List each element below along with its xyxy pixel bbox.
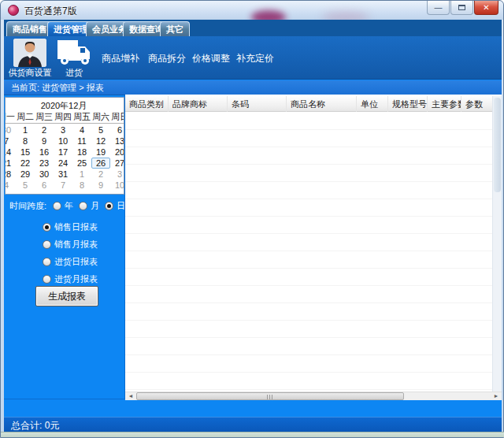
- horizontal-scrollbar-thumb[interactable]: [136, 392, 404, 400]
- calendar-day[interactable]: 1: [72, 169, 91, 180]
- toolbar-supplement-price[interactable]: 补充定价: [236, 52, 274, 65]
- calendar-day[interactable]: 27: [110, 158, 124, 169]
- toolbar-item-label: 进货: [53, 67, 95, 79]
- radio-label: 进货日报表: [54, 256, 98, 268]
- calendar-day[interactable]: 1: [16, 124, 35, 135]
- calendar-day[interactable]: 30: [5, 124, 16, 135]
- calendar-grid: 3012345678910111213141516171819202122232…: [5, 124, 124, 191]
- calendar-day[interactable]: 17: [54, 147, 72, 158]
- window-title: 百货通第7版: [24, 5, 77, 18]
- column-header[interactable]: 主要参数: [428, 96, 461, 112]
- calendar-day[interactable]: 18: [72, 147, 91, 158]
- calendar-day[interactable]: 6: [110, 124, 124, 135]
- calendar-weekday: 周五: [72, 111, 91, 123]
- calendar-weekday: 周三: [35, 111, 54, 123]
- calendar-day[interactable]: 2: [91, 169, 110, 180]
- delivery-truck-icon: [56, 39, 92, 67]
- scroll-left-arrow-icon[interactable]: ◄: [126, 392, 135, 400]
- scroll-right-arrow-icon[interactable]: ►: [491, 392, 501, 400]
- vertical-scrollbar[interactable]: [492, 96, 502, 392]
- generate-report-button[interactable]: 生成报表: [35, 286, 98, 306]
- calendar-day[interactable]: 31: [54, 169, 72, 180]
- calendar-day[interactable]: 10: [54, 135, 72, 147]
- calendar-day[interactable]: 11: [72, 135, 91, 147]
- calendar-day[interactable]: 7: [54, 180, 72, 191]
- toolbar-goods-split[interactable]: 商品拆分: [148, 52, 186, 65]
- calendar-day[interactable]: 4: [5, 180, 16, 191]
- toolbar-purchase[interactable]: 进货: [53, 39, 95, 79]
- calendar-month-title[interactable]: 2020年12月: [5, 98, 124, 111]
- titlebar-glass-artifact: [251, 10, 286, 20]
- time-span-option[interactable]: 月: [79, 200, 99, 212]
- calendar-day[interactable]: 16: [35, 147, 54, 158]
- toolbar-supplier-settings[interactable]: 供货商设置: [6, 39, 54, 79]
- calendar-weekdays: 周一周二周三周四周五周六周日: [5, 111, 124, 124]
- calendar-day[interactable]: 30: [35, 169, 54, 180]
- calendar-day[interactable]: 20: [110, 147, 124, 158]
- calendar-day[interactable]: 24: [54, 158, 72, 169]
- calendar-day[interactable]: 10: [110, 180, 124, 191]
- calendar-day[interactable]: 21: [5, 158, 16, 169]
- minimize-button[interactable]: —: [427, 1, 450, 15]
- calendar-day[interactable]: 7: [5, 135, 16, 147]
- table-body[interactable]: [125, 113, 492, 392]
- vertical-scrollbar-thumb[interactable]: [494, 98, 501, 192]
- calendar-today-row[interactable]: 今天: 2020/12/26 星期六: [5, 191, 124, 195]
- tab-goods-sale[interactable]: 商品销售: [6, 21, 54, 36]
- tab-other[interactable]: 其它: [160, 21, 190, 36]
- column-header[interactable]: 规格型号: [388, 96, 428, 112]
- calendar-day[interactable]: 14: [5, 147, 16, 158]
- radio-label: 日: [117, 200, 125, 212]
- calendar-day[interactable]: 12: [91, 135, 110, 147]
- calendar-weekday: 周一: [5, 111, 16, 123]
- scrollbar-grip-icon: [267, 395, 274, 399]
- calendar[interactable]: 2020年12月 周一周二周三周四周五周六周日 3012345678910111…: [5, 97, 124, 195]
- time-span-option[interactable]: 日: [105, 200, 125, 212]
- breadcrumb: 当前页: 进货管理 > 报表: [4, 80, 502, 95]
- calendar-day[interactable]: 25: [72, 158, 91, 169]
- column-header[interactable]: 单位: [357, 96, 388, 112]
- calendar-day[interactable]: 3: [110, 169, 124, 180]
- report-type-option[interactable]: 销售日报表: [43, 221, 98, 233]
- column-header[interactable]: 商品名称: [287, 96, 357, 112]
- calendar-day[interactable]: 15: [16, 147, 35, 158]
- report-type-option[interactable]: 进货日报表: [43, 256, 98, 268]
- column-header[interactable]: 商品类别: [125, 96, 169, 112]
- calendar-day[interactable]: 6: [35, 180, 54, 191]
- column-header[interactable]: 条码: [228, 96, 287, 112]
- time-span-row: 时间跨度: 年月日: [4, 198, 125, 213]
- time-span-label: 时间跨度:: [4, 200, 46, 212]
- close-button[interactable]: ✕: [474, 1, 498, 15]
- toolbar-price-adjust[interactable]: 价格调整: [192, 52, 230, 65]
- toolbar-goods-supplement[interactable]: 商品增补: [102, 52, 139, 65]
- calendar-day[interactable]: 9: [91, 180, 110, 191]
- calendar-day[interactable]: 23: [35, 158, 54, 169]
- title-bar[interactable]: 百货通第7版 — ✕: [1, 1, 503, 20]
- calendar-day[interactable]: 2: [35, 124, 54, 135]
- horizontal-scrollbar[interactable]: ◄ ►: [125, 392, 502, 400]
- calendar-day[interactable]: 3: [54, 124, 72, 135]
- app-body: 商品销售 进货管理 会员业务 数据查询 其它 供货商设置: [4, 20, 502, 433]
- calendar-day-selected[interactable]: 26: [91, 158, 110, 169]
- calendar-day[interactable]: 28: [5, 169, 16, 180]
- toolbar: 供货商设置 进货 商品增补 商品拆分 价格调整 补充定: [4, 36, 502, 80]
- calendar-weekday: 周四: [54, 111, 72, 123]
- calendar-day[interactable]: 29: [16, 169, 35, 180]
- report-type-option[interactable]: 进货月报表: [43, 273, 98, 285]
- report-type-option[interactable]: 销售月报表: [43, 239, 98, 251]
- radio-label: 月: [91, 200, 99, 212]
- tab-strip: 商品销售 进货管理 会员业务 数据查询 其它: [4, 20, 502, 36]
- calendar-day[interactable]: 5: [91, 124, 110, 135]
- time-span-option[interactable]: 年: [53, 200, 73, 212]
- calendar-day[interactable]: 9: [35, 135, 54, 147]
- calendar-day[interactable]: 5: [16, 180, 35, 191]
- calendar-day[interactable]: 13: [110, 135, 124, 147]
- maximize-button[interactable]: [450, 1, 473, 15]
- calendar-day[interactable]: 8: [16, 135, 35, 147]
- calendar-day[interactable]: 22: [16, 158, 35, 169]
- calendar-day[interactable]: 4: [72, 124, 91, 135]
- calendar-day[interactable]: 8: [72, 180, 91, 191]
- column-header[interactable]: 品牌商标: [169, 96, 228, 112]
- calendar-day[interactable]: 19: [91, 147, 110, 158]
- app-icon: [8, 5, 19, 16]
